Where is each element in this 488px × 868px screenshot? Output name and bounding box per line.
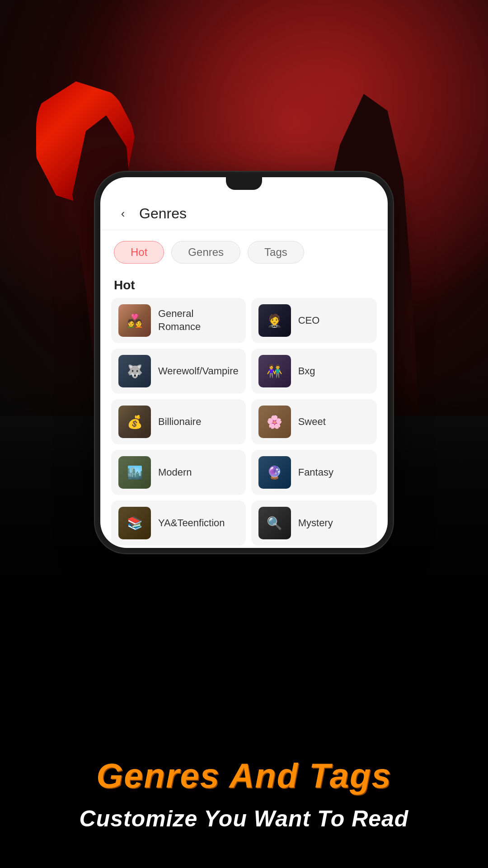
genre-card-ya-teenfiction[interactable]: YA&Teenfiction [111, 500, 246, 546]
tab-hot[interactable]: Hot [114, 241, 164, 264]
genre-grid: General RomanceCEOWerewolf/VampireBxgBil… [100, 298, 388, 546]
section-hot-label: Hot [100, 271, 388, 298]
genre-thumb-modern [118, 456, 151, 489]
genre-thumb-sweet [258, 406, 291, 438]
genre-name-mystery: Mystery [298, 517, 333, 530]
genre-name-fantasy: Fantasy [298, 466, 333, 479]
genre-name-bxg: Bxg [298, 365, 315, 378]
tab-tags[interactable]: Tags [248, 241, 304, 264]
back-icon: ‹ [121, 207, 125, 221]
genre-name-modern: Modern [158, 466, 192, 479]
genre-thumb-werewolf-vampire [118, 355, 151, 387]
genre-thumb-bxg [258, 355, 291, 387]
genre-thumb-general-romance [118, 304, 151, 337]
phone-outer-frame: ‹ Genres Hot Genres Tags [95, 172, 393, 553]
genre-name-billionaire: Billionaire [158, 415, 201, 429]
genre-card-werewolf-vampire[interactable]: Werewolf/Vampire [111, 349, 246, 394]
genre-name-ya-teenfiction: YA&Teenfiction [158, 517, 225, 530]
genre-card-bxg[interactable]: Bxg [251, 349, 377, 394]
promo-section: Genres And Tags Customize You Want To Re… [0, 739, 488, 868]
genre-card-sweet[interactable]: Sweet [251, 399, 377, 444]
promo-subtitle: Customize You Want To Read [27, 806, 461, 832]
phone-inner-frame: ‹ Genres Hot Genres Tags [100, 177, 388, 548]
page-title: Genres [139, 205, 187, 222]
genre-thumb-ceo [258, 304, 291, 337]
genre-card-ceo[interactable]: CEO [251, 298, 377, 343]
phone-mockup: ‹ Genres Hot Genres Tags [95, 172, 393, 553]
genre-thumb-fantasy [258, 456, 291, 489]
genre-card-fantasy[interactable]: Fantasy [251, 450, 377, 495]
phone-notch [226, 177, 262, 190]
genre-card-mystery[interactable]: Mystery [251, 500, 377, 546]
genre-name-general-romance: General Romance [158, 307, 239, 333]
tab-genres[interactable]: Genres [171, 241, 240, 264]
back-button[interactable]: ‹ [114, 204, 132, 222]
tabs-row: Hot Genres Tags [100, 230, 388, 271]
app-header: ‹ Genres [100, 195, 388, 230]
genre-name-werewolf-vampire: Werewolf/Vampire [158, 365, 239, 378]
genre-thumb-billionaire [118, 406, 151, 438]
genre-card-modern[interactable]: Modern [111, 450, 246, 495]
genre-name-ceo: CEO [298, 314, 320, 327]
genre-thumb-ya-teenfiction [118, 507, 151, 539]
genre-card-general-romance[interactable]: General Romance [111, 298, 246, 343]
genre-name-sweet: Sweet [298, 415, 326, 429]
genre-card-billionaire[interactable]: Billionaire [111, 399, 246, 444]
screen-content: ‹ Genres Hot Genres Tags [100, 177, 388, 548]
genre-thumb-mystery [258, 507, 291, 539]
promo-title: Genres And Tags [27, 757, 461, 795]
